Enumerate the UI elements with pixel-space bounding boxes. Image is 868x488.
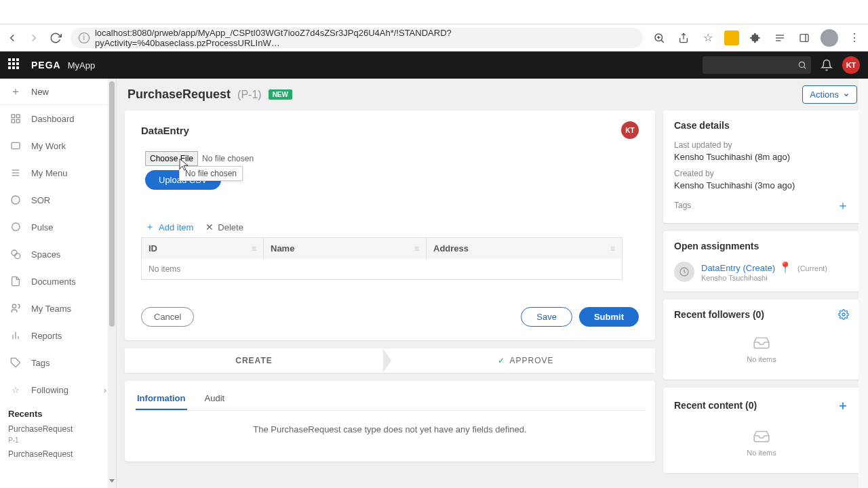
- header-search[interactable]: [703, 56, 811, 74]
- tab-audit[interactable]: Audit: [203, 388, 226, 410]
- dashboard-icon: [9, 113, 22, 125]
- clock-icon: [674, 262, 694, 282]
- sort-icon: ≡: [610, 244, 615, 253]
- recents-header: Recents: [0, 403, 116, 422]
- tabs: Information Audit: [136, 381, 644, 411]
- app-launcher-icon[interactable]: [8, 58, 22, 72]
- file-tooltip: No file chosen: [179, 166, 243, 181]
- reload-icon[interactable]: [49, 31, 62, 45]
- last-updated-label: Last updated by: [674, 140, 849, 150]
- notifications-icon[interactable]: [821, 59, 833, 71]
- location-icon: 📍: [778, 262, 792, 273]
- submit-button[interactable]: Submit: [579, 307, 639, 327]
- extension-icon[interactable]: [724, 30, 739, 45]
- assignee-badge: KT: [621, 121, 639, 139]
- spaces-icon: [9, 248, 22, 260]
- sidebar-item-documents[interactable]: Documents: [0, 268, 116, 295]
- extensions-icon[interactable]: [747, 30, 764, 46]
- case-id: (P-1): [237, 89, 262, 101]
- gear-icon[interactable]: [838, 309, 849, 320]
- sidebar-item-mymenu[interactable]: My Menu: [0, 159, 116, 186]
- sidebar-item-reports[interactable]: Reports: [0, 322, 116, 349]
- data-entry-title: DataEntry: [141, 125, 189, 136]
- add-item-button[interactable]: ＋Add item: [145, 221, 193, 233]
- tags-label: Tags: [674, 201, 691, 210]
- file-input-row: Choose FileNo file chosen No file chosen: [145, 151, 639, 166]
- scrollbar-thumb[interactable]: [109, 81, 115, 327]
- sort-icon: ≡: [252, 244, 256, 253]
- svg-point-17: [12, 250, 17, 256]
- choose-file-button[interactable]: Choose File: [145, 151, 198, 166]
- myteams-icon: [9, 302, 22, 314]
- back-icon[interactable]: [5, 31, 19, 45]
- check-icon: ✓: [498, 356, 505, 365]
- add-tag-button[interactable]: ＋: [837, 197, 849, 214]
- tab-information[interactable]: Information: [136, 388, 187, 410]
- tabs-card: Information Audit The PurchaseRequest ca…: [125, 381, 655, 462]
- recents-item[interactable]: PurchaseRequest: [0, 447, 116, 462]
- reading-list-icon[interactable]: [772, 30, 788, 46]
- svg-rect-11: [12, 119, 15, 123]
- forward-icon: [27, 31, 41, 45]
- svg-rect-9: [16, 115, 20, 118]
- address-bar[interactable]: i localhost:8080/prweb/app/MyApp_/CSPtI0…: [71, 28, 643, 48]
- sidebar-scrollbar[interactable]: [108, 79, 116, 488]
- sidebar-item-mywork[interactable]: My Work: [0, 132, 116, 159]
- svg-point-24: [842, 313, 845, 316]
- sidebar-item-following[interactable]: ☆Following›: [0, 376, 116, 403]
- actions-button[interactable]: Actions: [802, 85, 857, 104]
- new-button[interactable]: ＋ New: [0, 79, 116, 105]
- recent-followers-card: Recent followers (0) No items: [663, 300, 860, 380]
- sidebar-item-dashboard[interactable]: Dashboard: [0, 105, 116, 132]
- site-info-icon[interactable]: i: [79, 33, 90, 43]
- tags-icon: [9, 357, 22, 369]
- sidepanel-icon[interactable]: [796, 30, 812, 46]
- profile-avatar[interactable]: [821, 29, 838, 47]
- th-name[interactable]: Name≡: [264, 238, 427, 259]
- sidebar-item-sor[interactable]: SOR: [0, 186, 116, 214]
- reports-icon: [9, 329, 22, 342]
- plus-icon: ＋: [145, 221, 155, 233]
- stages-card: CREATE ✓APPROVE: [125, 348, 655, 373]
- add-content-button[interactable]: ＋: [837, 397, 849, 413]
- assignment-row[interactable]: DataEntry (Create) 📍 (Current) Kensho Ts…: [674, 261, 849, 282]
- scrollbar-down-icon[interactable]: [111, 476, 113, 485]
- stage-approve[interactable]: ✓APPROVE: [397, 348, 655, 373]
- assignments-title: Open assignments: [674, 241, 849, 251]
- plus-icon: ＋: [9, 85, 22, 98]
- bookmark-icon[interactable]: ☆: [700, 30, 716, 46]
- sidebar-item-myteams[interactable]: My Teams: [0, 295, 116, 322]
- details-title: Case details: [674, 120, 849, 131]
- sidebar-item-spaces[interactable]: Spaces: [0, 241, 116, 268]
- delete-button[interactable]: ✕Delete: [205, 221, 243, 233]
- mywork-icon: [9, 140, 22, 152]
- form-actions: Cancel Save Submit: [141, 307, 639, 327]
- recents-item[interactable]: PurchaseRequest: [0, 422, 116, 436]
- share-icon[interactable]: [675, 30, 692, 46]
- user-avatar[interactable]: KT: [842, 56, 860, 74]
- created-label: Created by: [674, 169, 849, 178]
- svg-rect-5: [800, 34, 808, 41]
- zoom-icon[interactable]: [651, 30, 667, 46]
- sidebar: ＋ New Dashboard My Work My Menu SOR Puls…: [0, 79, 117, 488]
- recents-sub: P-1: [0, 436, 116, 447]
- brand-label: PEGA: [31, 60, 61, 70]
- sidebar-item-tags[interactable]: Tags: [0, 349, 116, 376]
- th-address[interactable]: Address≡: [427, 238, 622, 259]
- th-id[interactable]: ID≡: [142, 238, 264, 259]
- assignment-current: (Current): [797, 264, 827, 272]
- sidebar-item-pulse[interactable]: Pulse: [0, 214, 116, 241]
- cancel-button[interactable]: Cancel: [141, 307, 194, 327]
- followers-title: Recent followers (0): [674, 309, 764, 320]
- main-scrollbar[interactable]: [859, 79, 868, 488]
- stage-create[interactable]: CREATE: [125, 348, 383, 373]
- svg-rect-8: [12, 115, 15, 118]
- content-empty: No items: [674, 420, 849, 464]
- svg-rect-12: [12, 142, 20, 148]
- svg-rect-10: [16, 119, 20, 123]
- last-updated-value: Kensho Tsuchihashi (8m ago): [674, 152, 849, 162]
- save-button[interactable]: Save: [521, 307, 572, 327]
- case-title: PurchaseRequest: [127, 87, 231, 102]
- menu-icon[interactable]: ⋮: [846, 30, 863, 46]
- case-details-card: Case details Last updated by Kensho Tsuc…: [663, 110, 860, 223]
